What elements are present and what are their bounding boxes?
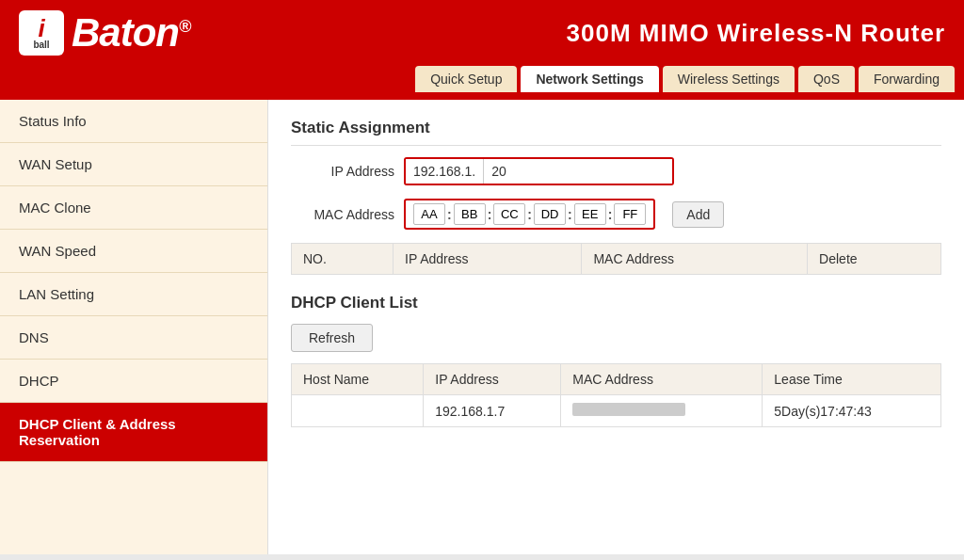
page-title: 300M MIMO Wireless-N Router (567, 19, 945, 48)
nav-bar: Quick Setup Network Settings Wireless Se… (0, 66, 964, 100)
mac-blur (572, 403, 685, 416)
ip-address-input-group: 192.168.1. (404, 157, 674, 185)
sidebar: Status Info WAN Setup MAC Clone WAN Spee… (0, 100, 268, 554)
client-col-mac: MAC Address (561, 364, 763, 395)
client-table: Host Name IP Address MAC Address Lease T… (291, 363, 941, 427)
nav-wireless-settings[interactable]: Wireless Settings (663, 66, 795, 92)
mac-sep-4: : (568, 207, 572, 222)
content-area: Static Assignment IP Address 192.168.1. … (268, 100, 964, 554)
logo-baton: Baton® (72, 10, 190, 56)
sidebar-item-wan-setup[interactable]: WAN Setup (0, 143, 267, 186)
sidebar-item-dns[interactable]: DNS (0, 316, 267, 360)
mac-field-1[interactable] (413, 203, 445, 225)
assignment-table: NO. IP Address MAC Address Delete (291, 243, 941, 275)
col-delete: Delete (808, 244, 941, 275)
nav-qos[interactable]: QoS (798, 66, 855, 92)
col-ip-address: IP Address (394, 244, 582, 275)
mac-field-2[interactable] (454, 203, 486, 225)
brand-name: Baton (72, 10, 179, 55)
mac-sep-2: : (488, 207, 492, 222)
mac-address-row: MAC Address : : : : : Add (291, 199, 941, 230)
mac-field-6[interactable] (614, 203, 646, 225)
mac-address-input-group: : : : : : (404, 199, 655, 230)
mac-sep-3: : (527, 207, 532, 222)
col-no: NO. (292, 244, 394, 275)
sidebar-item-dhcp-client[interactable]: DHCP Client & Address Reservation (0, 403, 267, 462)
header: i ball Baton® 300M MIMO Wireless-N Route… (0, 0, 964, 66)
mac-field-4[interactable] (534, 203, 566, 225)
dhcp-client-list-title: DHCP Client List (291, 294, 941, 312)
client-lease: 5Day(s)17:47:43 (763, 395, 941, 427)
ip-suffix-input[interactable] (484, 159, 672, 184)
sidebar-item-lan-setting[interactable]: LAN Setting (0, 273, 267, 316)
mac-field-3[interactable] (493, 203, 525, 225)
logo-icon: i ball (19, 10, 64, 56)
main-layout: Status Info WAN Setup MAC Clone WAN Spee… (0, 100, 964, 554)
sidebar-item-mac-clone[interactable]: MAC Clone (0, 186, 267, 230)
client-mac (561, 395, 763, 427)
logo-area: i ball Baton® (19, 10, 190, 56)
refresh-button[interactable]: Refresh (291, 324, 373, 352)
sidebar-item-dhcp[interactable]: DHCP (0, 360, 267, 403)
client-row: 192.168.1.7 5Day(s)17:47:43 (292, 395, 941, 427)
add-button[interactable]: Add (672, 201, 724, 228)
client-hostname (292, 395, 424, 427)
col-mac-address: MAC Address (582, 244, 808, 275)
client-col-lease: Lease Time (763, 364, 941, 395)
ip-prefix: 192.168.1. (406, 159, 484, 184)
mac-sep-1: : (447, 207, 452, 222)
ip-address-label: IP Address (291, 164, 394, 179)
client-col-ip: IP Address (424, 364, 561, 395)
mac-field-5[interactable] (574, 203, 606, 225)
nav-forwarding[interactable]: Forwarding (859, 66, 955, 92)
client-ip: 192.168.1.7 (424, 395, 561, 427)
client-col-hostname: Host Name (292, 364, 424, 395)
logo-i: i (38, 16, 44, 40)
sidebar-item-wan-speed[interactable]: WAN Speed (0, 230, 267, 273)
logo-ball: ball (33, 40, 49, 50)
nav-quick-setup[interactable]: Quick Setup (415, 66, 517, 92)
ip-address-row: IP Address 192.168.1. (291, 157, 941, 185)
registered-symbol: ® (179, 17, 190, 36)
nav-network-settings[interactable]: Network Settings (521, 66, 658, 92)
static-assignment-title: Static Assignment (291, 119, 941, 146)
mac-address-label: MAC Address (291, 207, 394, 222)
mac-sep-5: : (608, 207, 613, 222)
sidebar-item-status-info[interactable]: Status Info (0, 100, 267, 143)
